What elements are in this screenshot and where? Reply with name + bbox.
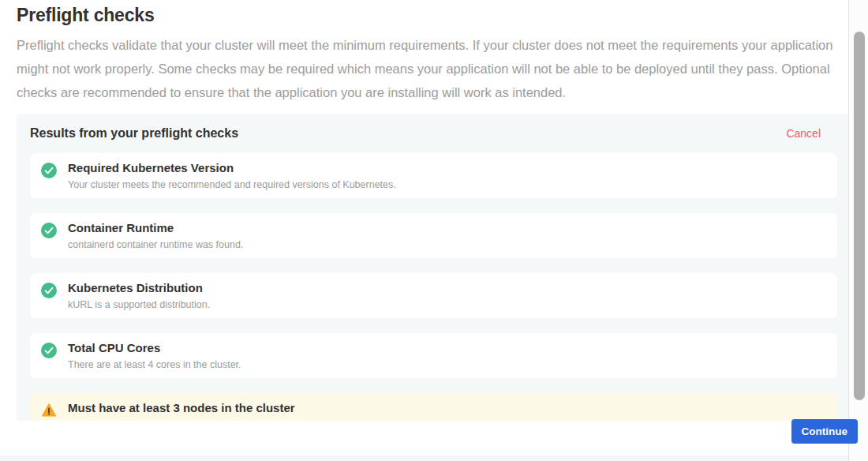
check-message: This application requires at least 3 nod…	[68, 419, 295, 421]
check-title: Kubernetes Distribution	[68, 281, 210, 295]
preflight-scroll-area: Preflight checks Preflight checks valida…	[0, 0, 849, 421]
continue-button[interactable]: Continue	[791, 419, 859, 444]
check-result-row: Must have at least 3 nodes in the cluste…	[30, 393, 837, 421]
results-card-header: Results from your preflight checks Cance…	[30, 126, 837, 141]
results-card-title: Results from your preflight checks	[30, 126, 238, 141]
check-circle-icon	[41, 283, 57, 298]
check-message: containerd container runtime was found.	[68, 239, 243, 250]
check-title: Required Kubernetes Version	[68, 161, 396, 175]
scrollbar-thumb[interactable]	[854, 32, 865, 400]
preflight-results-card: Results from your preflight checks Cance…	[17, 114, 849, 421]
check-title: Must have at least 3 nodes in the cluste…	[68, 401, 295, 415]
bottom-strip	[0, 455, 868, 461]
page-description: Preflight checks validate that your clus…	[17, 33, 844, 104]
check-circle-icon	[41, 343, 57, 358]
cancel-link[interactable]: Cancel	[786, 127, 821, 140]
check-circle-icon	[41, 223, 57, 238]
check-result-row: Required Kubernetes Version Your cluster…	[30, 153, 837, 198]
check-circle-icon	[41, 163, 57, 178]
check-message: kURL is a supported distribution.	[68, 299, 210, 310]
check-result-row: Kubernetes Distribution kURL is a suppor…	[30, 273, 837, 318]
warning-triangle-icon	[41, 403, 57, 418]
check-message: Your cluster meets the recommended and r…	[68, 179, 396, 190]
check-result-row: Container Runtime containerd container r…	[30, 213, 837, 258]
page-title: Preflight checks	[17, 4, 849, 26]
check-title: Container Runtime	[68, 221, 243, 235]
scrollbar-track[interactable]	[848, 0, 868, 461]
check-list: Required Kubernetes Version Your cluster…	[30, 153, 837, 421]
check-title: Total CPU Cores	[68, 341, 241, 355]
check-result-row: Total CPU Cores There are at least 4 cor…	[30, 333, 837, 378]
check-message: There are at least 4 cores in the cluste…	[68, 359, 241, 370]
